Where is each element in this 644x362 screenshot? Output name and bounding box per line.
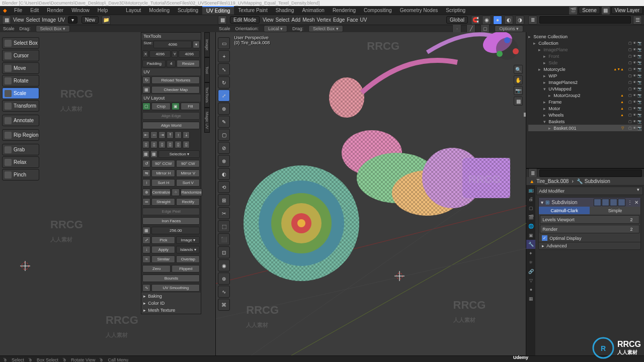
mod-cage-icon[interactable] — [618, 199, 625, 206]
align-r-icon[interactable]: ⇥ — [158, 131, 166, 139]
baking-panel[interactable]: Baking — [148, 294, 162, 299]
render-icon[interactable]: 📷 — [637, 113, 642, 117]
eye-icon[interactable]: 👁 — [633, 67, 636, 71]
proportional-icon[interactable]: ◉ — [482, 16, 491, 25]
overlap-button[interactable]: Overlap — [176, 255, 200, 263]
mod-realtime-icon[interactable] — [602, 199, 609, 206]
workspace-animation[interactable]: Animation — [298, 7, 328, 14]
3d-tool-5[interactable]: ⊕ — [218, 103, 230, 115]
3d-tool-20[interactable]: ⌘ — [218, 299, 230, 311]
perspective-icon[interactable]: ▦ — [514, 97, 523, 106]
simple-tab[interactable]: Simple — [590, 207, 640, 214]
3d-tool-13[interactable]: ✂ — [218, 207, 230, 219]
menu-file[interactable]: File — [10, 7, 26, 14]
scene-collection[interactable]: Scene Collection — [533, 34, 642, 39]
levels-viewport-field[interactable]: 2 — [624, 216, 639, 223]
align-m-icon[interactable]: ↕ — [175, 131, 182, 139]
tree-item-imageplane[interactable]: ▸ImagePlane▢👁📷 — [528, 46, 642, 53]
3d-tool-12[interactable]: ⊞ — [218, 194, 230, 206]
rotate-cw-button[interactable]: 90° CW — [176, 160, 200, 167]
uv-uv-menu[interactable]: UV — [58, 17, 65, 23]
3d-tool-18[interactable]: ⊛ — [218, 273, 230, 285]
restrict-icon[interactable]: ▢ — [628, 87, 632, 91]
tree-item-side[interactable]: ▸Side▢👁📷 — [528, 59, 642, 66]
restrict-icon[interactable]: ▢ — [628, 61, 632, 65]
align-l-icon[interactable]: ⇤ — [142, 131, 149, 139]
tool-relax[interactable]: Relax — [2, 156, 39, 168]
chevron-right-icon[interactable]: ▸ — [543, 54, 548, 59]
restrict-icon[interactable]: ▢ — [628, 80, 632, 84]
eye-icon[interactable]: 👁 — [633, 126, 636, 130]
catmull-clark-tab[interactable]: Catmull-Clark — [539, 207, 590, 214]
restrict-icon[interactable]: ▢ — [628, 107, 632, 111]
filter-icon[interactable]: ☰ — [633, 16, 642, 25]
shading-rendered-icon[interactable]: ◑ — [515, 16, 524, 25]
sidetab-magic-uv[interactable]: Magic UV — [204, 108, 210, 133]
output-tab-icon[interactable]: 🖨 — [526, 195, 535, 204]
randomize-button[interactable]: Randomize — [181, 189, 202, 196]
modifier-tab-icon[interactable]: 🔧 — [526, 240, 535, 249]
align-world-button[interactable]: Align World — [142, 122, 200, 129]
orient-dropdown[interactable]: Local ▾ — [264, 25, 287, 32]
tree-item-frame[interactable]: ▸Frame▲▢👁📷 — [528, 99, 642, 105]
tool-pinch[interactable]: Pinch — [2, 169, 39, 180]
3d-mesh-menu[interactable]: Mesh — [302, 17, 314, 23]
sort-v-button[interactable]: Sort V — [176, 179, 200, 187]
new-image-button[interactable]: New — [82, 16, 99, 24]
camera-icon[interactable]: 📷 — [514, 86, 523, 95]
3d-tool-8[interactable]: ⊘ — [218, 142, 230, 154]
chevron-right-icon[interactable]: ▸ — [543, 60, 548, 65]
advanced-section[interactable]: Advanced — [546, 243, 567, 248]
workspace-rendering[interactable]: Rendering — [329, 7, 360, 14]
render-icon[interactable]: 📷 — [637, 94, 642, 98]
3d-tool-0[interactable]: ▭ — [218, 37, 230, 49]
eye-icon[interactable]: 👁 — [633, 87, 636, 91]
tool-transform[interactable]: Transform — [2, 100, 39, 112]
3d-tool-4[interactable]: ⤢ — [218, 89, 230, 102]
chevron-down-icon[interactable]: ▾ — [543, 119, 548, 124]
tree-item-collection[interactable]: ▸Collection▢👁📷 — [528, 40, 642, 46]
tool-rotate[interactable]: Rotate — [2, 75, 39, 86]
mesh-tab-icon[interactable]: ▽ — [526, 276, 535, 285]
3d-view-menu[interactable]: View — [263, 17, 274, 23]
tool-rip-region[interactable]: Rip Region — [2, 129, 39, 141]
open-image-icon[interactable]: 📁 — [102, 16, 111, 25]
tool-grab[interactable]: Grab — [2, 144, 39, 155]
render-icon[interactable]: 📷 — [637, 61, 642, 65]
mirror-v-button[interactable]: Mirror V — [176, 169, 200, 177]
rotate-ccw-button[interactable]: 90° CCW — [151, 160, 175, 167]
eye-icon[interactable]: 👁 — [633, 61, 636, 65]
3d-tool-17[interactable]: ◉ — [218, 259, 230, 272]
levels-render-field[interactable]: 2 — [624, 225, 639, 233]
menu-edit[interactable]: Edit — [26, 7, 43, 14]
restrict-icon[interactable]: ▢ — [628, 113, 632, 117]
tree-item-motorcycle[interactable]: ▸Motorcycle▲▼▲▢👁📷 — [528, 66, 642, 72]
nav-gizmo[interactable] — [495, 36, 520, 61]
tree-item-baskets[interactable]: ▾Baskets▢👁📷 — [528, 118, 642, 125]
render-icon[interactable]: 📷 — [637, 67, 642, 71]
chevron-right-icon[interactable]: ▸ — [542, 243, 544, 248]
x-field[interactable]: 4096 — [149, 50, 171, 58]
chevron-right-icon[interactable]: ▸ — [548, 126, 553, 131]
workspace-scripting[interactable]: Scripting — [442, 7, 469, 14]
centralize-button[interactable]: Centralize — [151, 189, 171, 196]
restrict-icon[interactable]: ▢ — [628, 100, 632, 104]
3d-tool-2[interactable]: ⤡ — [218, 63, 230, 75]
workspace-sculpting[interactable]: Sculpting — [174, 7, 202, 14]
viewlayer-name[interactable]: View Layer — [611, 7, 643, 14]
uv-select-menu[interactable]: Select — [26, 17, 40, 23]
tree-item-imageplanes2[interactable]: ▸ImagePlanes2▢👁📷 — [528, 79, 642, 85]
3d-uv-menu[interactable]: UV — [360, 17, 367, 23]
chevron-right-icon[interactable]: ▸ — [543, 113, 548, 118]
eye-icon[interactable]: 👁 — [633, 107, 636, 111]
render-tab-icon[interactable]: 📺 — [526, 186, 535, 195]
texel-field[interactable]: 256.00 — [151, 227, 200, 234]
edge-peel-button[interactable]: Edge Peel — [142, 208, 200, 215]
tree-item-motorgroup2[interactable]: ▸MotorGroup2▲▢👁📷 — [528, 92, 642, 99]
eye-icon[interactable]: 👁 — [633, 54, 636, 58]
restrict-icon[interactable]: ▢ — [628, 126, 632, 130]
object-tab-icon[interactable]: ▣ — [526, 231, 535, 240]
uv-smoothing-button[interactable]: UV Smoothing — [151, 284, 200, 292]
mod-close-icon[interactable]: ✕ — [634, 200, 638, 205]
eye-icon[interactable]: 👁 — [633, 41, 636, 45]
